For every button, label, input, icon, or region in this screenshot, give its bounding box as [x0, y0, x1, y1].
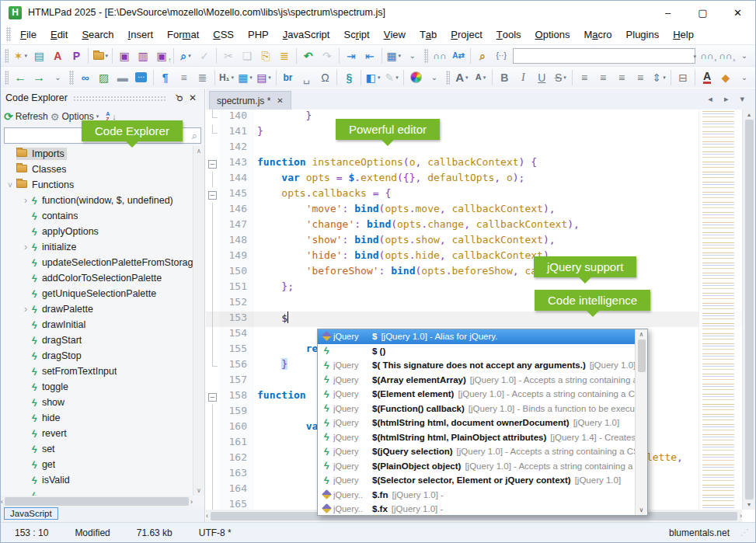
refresh-button[interactable]: Refresh — [16, 111, 48, 122]
spell-check-button[interactable]: ✓ — [195, 47, 214, 64]
code-line[interactable]: 141} — [206, 125, 755, 141]
insert-overflow-button[interactable]: ⌄ — [425, 68, 444, 86]
fold-margin[interactable]: – — [206, 389, 219, 405]
tree-item-classes[interactable]: Classes — [1, 162, 193, 177]
menu-search[interactable]: Search — [75, 24, 120, 44]
explorer-horizontal-scrollbar[interactable]: ‹› — [1, 496, 193, 507]
paste-button[interactable]: ⎘ — [256, 47, 275, 64]
code-line[interactable]: 144 var opts = $.extend({}, defaultOpts,… — [206, 172, 755, 187]
tree-item-setfromtextinput[interactable]: ϟsetFromTextInput — [1, 364, 193, 379]
justify-button[interactable]: ≡ — [631, 68, 650, 86]
menu-script[interactable]: Script — [336, 24, 376, 44]
tree-item-isvalid[interactable]: ϟisValid — [1, 472, 193, 488]
menu-insert[interactable]: Insert — [121, 24, 161, 44]
form-button[interactable]: ▤▾ — [255, 68, 273, 86]
quick-search-button[interactable]: ⌕▾ — [176, 47, 195, 64]
toolbar-grip[interactable] — [5, 49, 9, 63]
tree-item-initialize[interactable]: ›ϟinitialize — [1, 239, 193, 255]
menu-view[interactable]: View — [377, 24, 413, 44]
code-line[interactable]: –143function instanceOptions(o, callback… — [206, 156, 755, 172]
menu-project[interactable]: Project — [444, 24, 489, 44]
search-previous-button[interactable]: ∩∩‹ — [698, 47, 716, 64]
new-document-button[interactable]: ✶▾ — [11, 47, 30, 64]
tree-item-dragstart[interactable]: ϟdragStart — [1, 332, 193, 348]
tree-expander-icon[interactable]: › — [19, 304, 32, 315]
ordered-list-button[interactable]: ≣ — [193, 68, 212, 86]
non-breaking-space-button[interactable]: ␣ — [297, 68, 315, 86]
menu-macro[interactable]: Macro — [577, 24, 618, 44]
align-left-button[interactable]: ≡ — [575, 68, 594, 86]
bold-button[interactable]: B — [495, 68, 514, 86]
fill-color-button[interactable]: ◆ — [716, 68, 735, 86]
toolbar-grip[interactable] — [69, 71, 73, 85]
save-and-upload-button[interactable]: ▣↑ — [152, 47, 171, 64]
nav-overflow-button[interactable]: ⌄ — [48, 68, 67, 86]
tree-item-updateselectionpalettefromstorag[interactable]: ϟupdateSelectionPaletteFromStorag — [1, 255, 193, 270]
completion-item[interactable]: jQuery..$.fx[jQuery 1.0] - — [318, 502, 635, 515]
tree-expander-icon[interactable]: › — [19, 242, 32, 252]
special-character-button[interactable]: Ω — [315, 68, 334, 86]
pin-icon[interactable]: ⚲ — [172, 92, 186, 103]
code-line[interactable]: 142 — [206, 141, 755, 156]
minimap[interactable] — [699, 110, 742, 510]
tab-javascript[interactable]: JavaScript — [4, 507, 58, 520]
redo-button[interactable]: ↷ — [318, 47, 336, 64]
tag-button[interactable]: ◧▾ — [364, 68, 382, 86]
color-picker-button[interactable] — [406, 68, 425, 86]
tree-item-function-window-undefined[interactable]: ›ϟfunction(window, $, undefined) — [1, 193, 193, 208]
tree-expander-icon[interactable]: ˅ — [4, 181, 16, 190]
tree-item-set[interactable]: ϟset — [1, 441, 193, 457]
format-overflow-button[interactable]: ⌄ — [735, 68, 754, 86]
toolbar-grip[interactable] — [446, 71, 450, 85]
completion-item[interactable]: ϟjQuery$(PlainObject object)[jQuery 1.0]… — [318, 459, 635, 474]
completion-item[interactable]: ϟjQuery$(Element element)[jQuery 1.0] - … — [318, 387, 635, 402]
copy-button[interactable]: ❏ — [238, 47, 256, 64]
find-in-files-button[interactable]: ⌕ — [473, 47, 492, 64]
tree-item-toggle[interactable]: ϟtoggle — [1, 379, 193, 395]
editor-vertical-scrollbar[interactable]: ▴▾ — [742, 110, 755, 510]
menu-format[interactable]: Format — [160, 24, 206, 44]
code-line[interactable]: 153 $ — [206, 312, 755, 327]
scroll-up-icon[interactable]: ∧ — [639, 331, 644, 338]
hyperlink-button[interactable]: ∞ — [76, 68, 95, 86]
panel-drag-handle[interactable] — [73, 96, 166, 101]
menu-options[interactable]: Options — [528, 24, 577, 44]
completion-item[interactable]: jQuery..$.fn[jQuery 1.0] - — [318, 488, 635, 503]
search-combobox-input[interactable] — [513, 48, 695, 64]
toolbar-grip[interactable] — [424, 49, 428, 63]
tree-item-functions[interactable]: ˅Functions — [1, 177, 193, 193]
underline-button[interactable]: U — [532, 68, 551, 86]
save-all-button[interactable]: ▥ — [134, 47, 152, 64]
undo-button[interactable]: ↶ — [299, 47, 318, 64]
menu-tools[interactable]: Tools — [489, 24, 528, 44]
clipboard-button[interactable]: ≣ — [275, 47, 294, 64]
toolbar-overflow-button[interactable]: ⌄ — [403, 47, 422, 64]
tree-item-get[interactable]: ϟget — [1, 457, 193, 472]
resize-grip[interactable]: ⋰ — [740, 527, 749, 538]
menu-edit[interactable]: Edit — [44, 24, 75, 44]
explorer-vertical-scrollbar[interactable]: ∧∨ — [193, 146, 204, 496]
new-from-template-button[interactable]: ▤ — [30, 47, 48, 64]
tree-item-contains[interactable]: ϟcontains — [1, 208, 193, 224]
strikethrough-button[interactable]: S▾ — [551, 68, 570, 86]
completion-item[interactable]: ϟjQuery$(htmlString html, document owner… — [318, 416, 635, 430]
menu-tab[interactable]: Tab — [413, 24, 444, 44]
tree-item-show[interactable]: ϟshow — [1, 395, 193, 410]
menu-css[interactable]: CSS — [206, 24, 241, 44]
close-button[interactable]: ✕ — [720, 1, 755, 24]
tab-spectrum-js[interactable]: spectrum.js * ✕ — [209, 91, 291, 110]
replace-button[interactable]: A⇄ — [449, 47, 468, 64]
completion-item[interactable]: ϟjQuery$(Array elementArray)[jQuery 1.0]… — [318, 373, 635, 388]
completion-item[interactable]: ϟ$ () — [318, 344, 635, 359]
navigate-back-button[interactable]: ← — [11, 68, 30, 86]
completion-item[interactable]: ϟjQuery$(Function() callback)[jQuery 1.0… — [318, 402, 635, 416]
tree-item-applyoptions[interactable]: ϟapplyOptions — [1, 224, 193, 239]
fold-margin[interactable]: – — [206, 187, 219, 203]
vendor-link[interactable]: blumentals.net — [669, 527, 730, 538]
tree-item-dragstop[interactable]: ϟdragStop — [1, 348, 193, 364]
navigate-forward-button[interactable]: → — [30, 68, 48, 86]
code-line[interactable]: 146 'move': bind(opts.move, callbackCont… — [206, 203, 755, 218]
align-center-button[interactable]: ≡ — [594, 68, 612, 86]
unordered-list-button[interactable]: ≡ — [175, 68, 193, 86]
menu-file[interactable]: File — [13, 24, 44, 44]
